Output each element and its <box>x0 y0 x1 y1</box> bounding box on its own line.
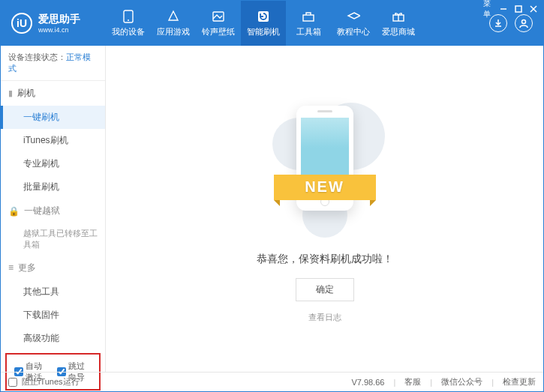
lock-icon: 🔒 <box>8 206 20 217</box>
wechat-link[interactable]: 微信公众号 <box>441 376 482 388</box>
nav: 我的设备 应用游戏 铃声壁纸 智能刷机 工具箱 教程中心 <box>106 1 489 46</box>
gift-icon <box>392 10 405 23</box>
main-content: NEW 恭喜您，保资料刷机成功啦！ 确定 查看日志 <box>106 46 543 372</box>
check-update-link[interactable]: 检查更新 <box>503 376 536 388</box>
success-message: 恭喜您，保资料刷机成功啦！ <box>257 253 393 266</box>
maximize-icon[interactable] <box>513 4 524 14</box>
sidebar-group-flash[interactable]: ▮ 刷机 <box>1 81 105 106</box>
success-illustration: NEW <box>280 95 370 230</box>
sidebar-group-more[interactable]: ≡ 更多 <box>1 256 105 280</box>
minimize-icon[interactable] <box>498 4 509 14</box>
nav-label: 应用游戏 <box>157 26 190 37</box>
footer: 阻止iTunes运行 V7.98.66 | 客服 | 微信公众号 | 检查更新 <box>1 372 543 391</box>
sidebar-item-pro[interactable]: 专业刷机 <box>1 152 105 175</box>
version-label: V7.98.66 <box>351 378 384 387</box>
logo-url: www.i4.cn <box>38 26 80 34</box>
nav-apps[interactable]: 应用游戏 <box>151 1 196 46</box>
sidebar-item-itunes[interactable]: iTunes刷机 <box>1 129 105 152</box>
sidebar-item-oneclick[interactable]: 一键刷机 <box>1 106 105 129</box>
group-label: 更多 <box>18 262 36 274</box>
footer-right: V7.98.66 | 客服 | 微信公众号 | 检查更新 <box>351 376 536 388</box>
logo-icon: iU <box>11 13 32 34</box>
nav-my-device[interactable]: 我的设备 <box>106 1 151 46</box>
nav-label: 工具箱 <box>296 26 321 37</box>
close-icon[interactable] <box>528 4 539 14</box>
sidebar-item-download-fw[interactable]: 下载固件 <box>1 304 105 327</box>
nav-store[interactable]: 爱思商城 <box>376 1 421 46</box>
apps-icon <box>167 10 180 23</box>
view-log-link[interactable]: 查看日志 <box>308 312 341 323</box>
phone-small-icon: ▮ <box>8 88 13 98</box>
service-link[interactable]: 客服 <box>404 376 421 388</box>
nav-label: 爱思商城 <box>382 26 415 37</box>
nav-label: 铃声壁纸 <box>202 26 235 37</box>
connection-status: 设备连接状态：正常模式 <box>1 46 105 81</box>
menu-button[interactable]: 菜单 <box>483 4 494 14</box>
sidebar-item-advanced[interactable]: 高级功能 <box>1 327 105 350</box>
svg-point-5 <box>128 19 129 21</box>
conn-status-label: 设备连接状态： <box>8 52 66 61</box>
nav-label: 智能刷机 <box>247 26 280 37</box>
grad-cap-icon <box>347 10 360 23</box>
logo: iU 爱思助手 www.i4.cn <box>1 13 106 34</box>
wallpaper-icon <box>212 10 225 23</box>
block-itunes-label: 阻止iTunes运行 <box>22 376 80 388</box>
refresh-icon <box>257 10 270 23</box>
jailbreak-note: 越狱工具已转移至工具箱 <box>1 223 105 256</box>
new-ribbon: NEW <box>274 175 376 200</box>
nav-label: 教程中心 <box>337 26 370 37</box>
title-controls: 菜单 <box>483 4 539 14</box>
svg-rect-8 <box>303 15 314 21</box>
body: 设备连接状态：正常模式 ▮ 刷机 一键刷机 iTunes刷机 专业刷机 批量刷机… <box>1 46 543 372</box>
nav-ringtone[interactable]: 铃声壁纸 <box>196 1 241 46</box>
app-window: 菜单 iU 爱思助手 www.i4.cn 我的设备 应用游戏 铃声壁纸 <box>0 0 544 392</box>
sidebar-group-jailbreak: 🔒 一键越狱 <box>1 199 105 223</box>
more-icon: ≡ <box>8 262 14 273</box>
logo-title: 爱思助手 <box>38 13 80 26</box>
sidebar-item-batch[interactable]: 批量刷机 <box>1 175 105 199</box>
group-label: 刷机 <box>17 87 35 100</box>
header: 菜单 iU 爱思助手 www.i4.cn 我的设备 应用游戏 铃声壁纸 <box>1 1 543 46</box>
toolbox-icon <box>302 10 315 23</box>
nav-flash[interactable]: 智能刷机 <box>241 1 286 46</box>
header-right <box>489 14 543 32</box>
block-itunes-checkbox[interactable]: 阻止iTunes运行 <box>8 376 80 388</box>
user-button[interactable] <box>515 14 533 32</box>
svg-point-11 <box>522 20 526 24</box>
group-label: 一键越狱 <box>24 205 60 217</box>
nav-label: 我的设备 <box>112 26 145 37</box>
phone-icon <box>122 10 135 23</box>
nav-toolbox[interactable]: 工具箱 <box>286 1 331 46</box>
sidebar-item-othertools[interactable]: 其他工具 <box>1 280 105 304</box>
nav-tutorial[interactable]: 教程中心 <box>331 1 376 46</box>
sidebar: 设备连接状态：正常模式 ▮ 刷机 一键刷机 iTunes刷机 专业刷机 批量刷机… <box>1 46 106 372</box>
confirm-button[interactable]: 确定 <box>296 278 354 301</box>
svg-rect-1 <box>515 6 521 12</box>
